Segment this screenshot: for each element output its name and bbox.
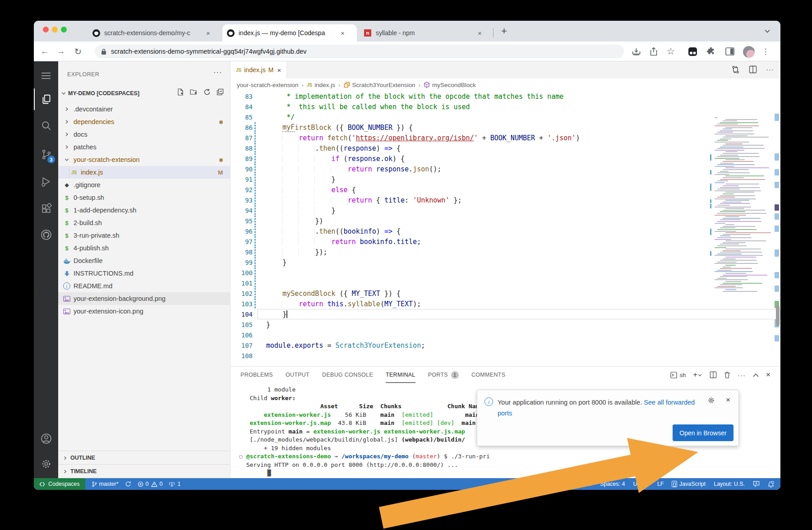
cursor-position[interactable]: Ln 104, Col 6	[558, 481, 592, 487]
forwarded-ports-indicator[interactable]: 1	[169, 481, 180, 487]
tab-search-chevron-icon[interactable]	[764, 28, 770, 34]
tab-title: index.js — my-demo [Codespa	[239, 29, 337, 37]
browser-tab-3[interactable]: n syllable - npm ×	[360, 24, 490, 41]
tree-item-dependencies[interactable]: dependencies	[58, 115, 230, 128]
split-editor-icon[interactable]	[749, 65, 757, 74]
tree-item-4-publish.sh[interactable]: $4-publish.sh	[58, 242, 230, 254]
browser-tab-1[interactable]: scratch-extensions-demo/my-c ×	[88, 24, 221, 41]
tree-item-1-add-dependency.sh[interactable]: $1-add-dependency.sh	[58, 204, 230, 217]
shell-selector[interactable]: sh	[670, 372, 686, 378]
tab-close-icon[interactable]: ×	[206, 29, 210, 37]
profile-avatar[interactable]	[743, 46, 755, 58]
close-panel-icon[interactable]: ×	[766, 370, 770, 379]
explorer-view-icon[interactable]	[34, 88, 58, 110]
minimap[interactable]	[710, 91, 773, 362]
keyboard-layout[interactable]: Layout: U.S.	[714, 481, 745, 487]
file-tree[interactable]: .devcontainerdependenciesdocspatchesyour…	[58, 103, 230, 318]
share-icon[interactable]	[650, 47, 657, 56]
tree-item-index.js[interactable]: JSindex.jsM	[58, 166, 230, 179]
remote-indicator[interactable]: Codespaces	[34, 478, 85, 490]
settings-gear-icon[interactable]	[34, 453, 58, 475]
code-editor[interactable]: 83 * implementation of the block with th…	[231, 91, 780, 366]
tab-comments[interactable]: COMMENTS	[471, 367, 505, 383]
github-icon[interactable]	[34, 224, 58, 245]
notifications-bell[interactable]	[768, 481, 774, 488]
run-debug-icon[interactable]	[34, 171, 58, 192]
new-tab-button[interactable]: +	[501, 25, 507, 37]
tree-item-2-build.sh[interactable]: $2-build.sh	[58, 217, 230, 229]
new-folder-icon[interactable]	[190, 88, 198, 96]
zoom-window-button[interactable]	[61, 27, 67, 32]
address-bar[interactable]: scratch-extensions-demo-symmetrical-ggq5…	[95, 45, 624, 58]
account-icon[interactable]	[34, 428, 58, 449]
tab-output[interactable]: OUTPUT	[286, 367, 309, 383]
editor-tab-indexjs[interactable]: JS index.js M ×	[231, 61, 287, 78]
feedback-button[interactable]	[753, 481, 760, 487]
notification-settings-gear-icon[interactable]	[707, 396, 715, 404]
tree-item-3-run-private.sh[interactable]: $3-run-private.sh	[58, 229, 230, 242]
outline-section[interactable]: OUTLINE	[58, 451, 230, 465]
sync-button[interactable]	[125, 481, 131, 487]
tab-terminal[interactable]: TERMINAL	[386, 367, 415, 383]
tree-item-0-setup.sh[interactable]: $0-setup.sh	[58, 191, 230, 204]
branch-indicator[interactable]: master*	[92, 481, 119, 487]
extension-badge-icon[interactable]	[688, 47, 697, 56]
tree-item-patches[interactable]: patches	[58, 141, 230, 153]
encoding[interactable]: UTF-8	[633, 481, 649, 487]
refresh-icon[interactable]	[203, 88, 211, 96]
close-editor-icon[interactable]: ×	[277, 66, 281, 74]
tab-debug-console[interactable]: DEBUG CONSOLE	[322, 367, 373, 383]
tree-item-your-extension-background.png[interactable]: your-extension-background.png	[58, 292, 230, 305]
source-control-icon[interactable]: 3	[34, 143, 58, 165]
tree-item-your-extension-icon.png[interactable]: your-extension-icon.png	[58, 305, 230, 318]
breadcrumb-file[interactable]: index.js	[314, 82, 335, 88]
open-changes-icon[interactable]	[731, 65, 740, 74]
split-terminal-icon[interactable]	[710, 371, 717, 378]
bookmark-star-icon[interactable]: ☆	[664, 45, 677, 58]
breadcrumb-method[interactable]: mySecondBlock	[432, 82, 476, 88]
back-button[interactable]: ←	[38, 45, 51, 58]
tree-item-.gitignore[interactable]: ◆.gitignore	[58, 179, 230, 191]
breadcrumb-folder[interactable]: your-scratch-extension	[237, 82, 299, 88]
problems-indicator[interactable]: 0 0	[138, 481, 163, 487]
maximize-panel-icon[interactable]	[753, 373, 759, 377]
tree-item-README.md[interactable]: iREADME.md	[58, 280, 230, 292]
forward-button[interactable]: →	[55, 45, 67, 58]
collapse-folders-icon[interactable]	[217, 88, 224, 96]
tree-item-Dockerfile[interactable]: Dockerfile	[58, 254, 230, 267]
open-in-browser-button[interactable]: Open in Browser	[673, 424, 734, 441]
explorer-more-actions-icon[interactable]: ···	[213, 69, 222, 77]
tab-problems[interactable]: PROBLEMS	[240, 367, 273, 383]
tree-item-INSTRUCTIONS.md[interactable]: INSTRUCTIONS.md	[58, 267, 230, 280]
page-scrollbar-thumb[interactable]	[776, 305, 780, 326]
tree-item-your-scratch-extension[interactable]: your-scratch-extension	[58, 153, 230, 166]
menu-icon[interactable]	[34, 65, 58, 87]
reload-button[interactable]: ↻	[72, 45, 84, 58]
tree-item-docs[interactable]: docs	[58, 128, 230, 141]
editor-more-actions-icon[interactable]: ···	[766, 65, 774, 74]
language-mode[interactable]: {}JavaScript	[672, 481, 706, 487]
new-terminal-button[interactable]: +	[693, 370, 702, 379]
eol-sequence[interactable]: LF	[657, 481, 664, 487]
extensions-icon[interactable]	[34, 198, 58, 219]
tab-ports[interactable]: PORTS1	[428, 367, 459, 383]
breadcrumb-class[interactable]: Scratch3YourExtension	[352, 82, 415, 88]
new-file-icon[interactable]	[177, 88, 184, 96]
minimize-window-button[interactable]	[52, 27, 58, 32]
tab-close-icon[interactable]: ×	[478, 29, 482, 37]
search-icon[interactable]	[34, 115, 58, 136]
side-panel-icon[interactable]	[725, 47, 734, 55]
extensions-puzzle-icon[interactable]	[706, 47, 715, 56]
timeline-section[interactable]: TIMELINE	[58, 464, 230, 478]
tab-close-icon[interactable]: ×	[341, 29, 345, 37]
indentation[interactable]: Spaces: 4	[600, 481, 625, 487]
browser-menu-icon[interactable]: ⋮	[759, 45, 772, 58]
code-line-90: 90 return response.json();	[231, 164, 780, 174]
toast-close-icon[interactable]: ×	[726, 396, 730, 405]
kill-terminal-trash-icon[interactable]	[724, 371, 730, 378]
panel-more-actions-icon[interactable]: ···	[738, 371, 746, 379]
close-window-button[interactable]	[43, 27, 49, 32]
download-icon[interactable]	[632, 48, 641, 55]
tree-item-.devcontainer[interactable]: .devcontainer	[58, 103, 230, 115]
browser-tab-2-active[interactable]: index.js — my-demo [Codespa ×	[222, 24, 357, 41]
